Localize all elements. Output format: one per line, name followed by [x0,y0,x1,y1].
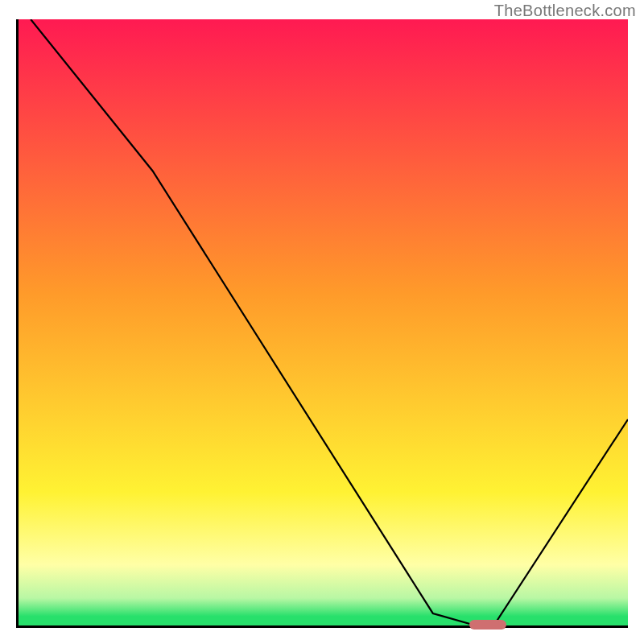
optimum-marker [469,620,506,630]
watermark-text: TheBottleneck.com [494,2,636,20]
curve-path [31,19,628,625]
chart-plot-area [16,19,628,628]
bottleneck-curve [19,19,628,625]
